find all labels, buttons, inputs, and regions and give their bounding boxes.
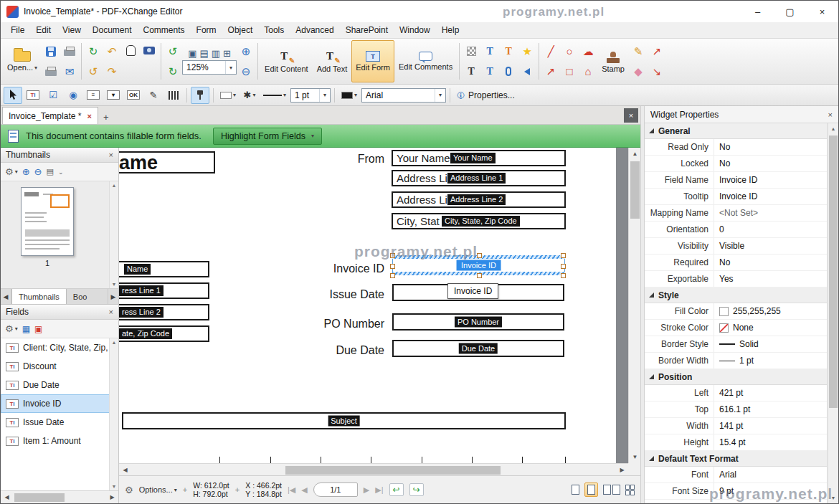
star-stamp-button[interactable]: ★	[518, 42, 536, 62]
prop-font[interactable]: FontArial	[645, 467, 827, 483]
prop-height[interactable]: Height15.4 pt	[645, 434, 827, 451]
prop-left[interactable]: Left421 pt	[645, 385, 827, 401]
typewriter-button[interactable]: T	[462, 62, 480, 82]
field-item-invoice-id[interactable]: TI Invoice ID	[1, 394, 118, 413]
address-line-2-field[interactable]: Address Lin Address Line 2	[392, 191, 566, 208]
prop-border-style[interactable]: Border StyleSolid	[645, 336, 827, 353]
push-button-tool-button[interactable]: OK	[124, 87, 143, 104]
print-button[interactable]	[42, 62, 60, 82]
actual-size-icon[interactable]: ▣	[188, 48, 196, 59]
single-page-icon[interactable]	[572, 485, 579, 495]
fields-scrollbar[interactable]: ▲▼	[109, 338, 118, 490]
barcode-field-tool-button[interactable]	[164, 87, 183, 104]
rectangle-tool-button[interactable]: □	[560, 62, 579, 82]
scrollbar-thumb[interactable]	[285, 466, 501, 475]
add-text-button[interactable]: T Add Text	[313, 40, 352, 82]
resize-handle[interactable]	[477, 273, 482, 278]
scroll-up-icon[interactable]: ▲	[112, 340, 117, 345]
scroll-up-icon[interactable]: ▲	[629, 148, 640, 160]
highlight-form-fields-button[interactable]: Highlight Form Fields ▾	[213, 128, 322, 145]
thumbnails-properties-button[interactable]: ▤	[46, 167, 53, 176]
previous-view-button[interactable]: ↩	[389, 483, 404, 496]
fit-page-icon[interactable]: ▤	[199, 48, 208, 59]
stamp-button[interactable]: Stamp	[597, 40, 629, 82]
thumbnails-scrollbar[interactable]: ▲▼	[109, 181, 118, 288]
text-box-button[interactable]: T	[480, 42, 499, 62]
history-button[interactable]: ↺	[84, 62, 103, 82]
prop-fill-color[interactable]: Fill Color255,255,255	[645, 303, 827, 320]
menu-file[interactable]: File	[5, 23, 30, 37]
field-item-issue-date[interactable]: TI Issue Date	[1, 413, 118, 432]
prop-mapping-name[interactable]: Mapping Name<Not Set>	[645, 205, 827, 222]
prop-stroke-color[interactable]: Stroke ColorNone	[645, 320, 827, 336]
scroll-left-icon[interactable]: ◀	[1, 491, 13, 503]
border-style-picker[interactable]: ▾	[260, 87, 289, 104]
scroll-up-icon[interactable]: ▲	[828, 123, 838, 134]
border-width-combo[interactable]: 1 pt▾	[290, 88, 331, 103]
scroll-right-icon[interactable]: ▶	[106, 491, 118, 503]
thumbnails-zoom-out-button[interactable]: ⊖	[34, 166, 42, 177]
print-setup-button[interactable]	[60, 42, 79, 62]
menu-tools[interactable]: Tools	[258, 23, 290, 37]
prop-exportable[interactable]: ExportableYes	[645, 271, 827, 287]
snapshot-button[interactable]	[140, 40, 158, 60]
resize-handle[interactable]	[561, 264, 566, 269]
vertical-scrollbar[interactable]: ▲ ▼	[628, 148, 640, 463]
tab-thumbnails[interactable]: Thumbnails	[11, 289, 67, 304]
thumbnails-zoom-in-button[interactable]: ⊕	[22, 166, 30, 177]
rotate-ccw-button[interactable]: ↺	[163, 42, 182, 62]
redo-button[interactable]: ↷	[103, 62, 121, 82]
section-default-text-format[interactable]: Default Text Format	[645, 451, 827, 467]
po-number-field[interactable]: PO Number	[392, 313, 564, 331]
resize-handle[interactable]	[390, 273, 395, 278]
address-line-1-field[interactable]: Address Lin Address Line 1	[392, 170, 566, 186]
export-button[interactable]	[462, 42, 480, 62]
fill-color-picker[interactable]: ▾	[217, 87, 239, 104]
invoice-id-field-selected[interactable]: Invoice ID	[392, 255, 565, 275]
menu-form[interactable]: Form	[191, 23, 222, 37]
document-tab[interactable]: Invoice_Template * ×	[2, 107, 98, 124]
first-page-button[interactable]: |◀	[288, 485, 295, 495]
menu-view[interactable]: View	[57, 23, 87, 37]
prop-font-size[interactable]: Font Size9 pt	[645, 483, 827, 500]
measure-tool-button[interactable]: ↗	[648, 42, 666, 62]
scroll-up-icon[interactable]: ▲	[112, 183, 117, 188]
thumbnails-more-button[interactable]: ⌄	[58, 168, 64, 176]
prop-locked[interactable]: LockedNo	[645, 156, 827, 172]
eraser-tool-button[interactable]: ◆	[629, 62, 648, 82]
thumbnails-close-icon[interactable]: ×	[109, 151, 113, 159]
prop-border-width[interactable]: Border Width1 pt	[645, 353, 827, 369]
pane-close-button[interactable]: ×	[624, 108, 638, 123]
menu-advanced[interactable]: Advanced	[290, 23, 339, 37]
scrollbar-thumb[interactable]	[829, 135, 838, 408]
company-name-field[interactable]: ame	[119, 151, 215, 173]
edit-content-button[interactable]: T Edit Content	[260, 40, 313, 82]
title-bar[interactable]: Invoice_Template* - PDF-XChange Editor –…	[1, 1, 838, 22]
font-family-combo[interactable]: Arial▾	[361, 88, 446, 103]
due-date-field[interactable]: Due Date	[392, 340, 564, 357]
select-tool-button[interactable]	[4, 87, 22, 104]
field-item-client-city[interactable]: TI Client: City, State, Zip,	[1, 338, 118, 357]
properties-button[interactable]: 🛈 Properties...	[454, 87, 518, 104]
tabs-scroll-right-button[interactable]: ▶	[108, 289, 118, 304]
sidebar-horizontal-scrollbar[interactable]: ◀ ▶	[1, 490, 118, 503]
fields-options-button[interactable]: ⚙▾	[5, 323, 18, 334]
fit-visible-icon[interactable]: ⊞	[223, 48, 231, 59]
menu-sharepoint[interactable]: SharePoint	[340, 23, 394, 37]
last-page-button[interactable]: ▶|	[375, 485, 383, 495]
city-state-zip-field[interactable]: City, Stat City, State, Zip Code	[392, 213, 566, 229]
tab-close-icon[interactable]: ×	[87, 112, 91, 120]
distance-tool-button[interactable]: ↘	[648, 62, 666, 82]
edit-comments-button[interactable]: Edit Comments	[394, 40, 457, 82]
undo-button[interactable]: ↶	[103, 42, 121, 62]
menu-document[interactable]: Document	[87, 23, 138, 37]
edit-form-button[interactable]: T Edit Form	[351, 40, 394, 82]
current-layout-button[interactable]	[584, 482, 598, 497]
panel-close-icon[interactable]: ×	[828, 110, 833, 119]
text-field-tool-button[interactable]: TI	[24, 87, 42, 104]
text-color-picker[interactable]: ▾	[338, 87, 360, 104]
cloud-tool-button[interactable]: ☁	[579, 42, 597, 62]
revert-button[interactable]: ↻	[84, 42, 103, 62]
rotate-cw-button[interactable]: ↻	[163, 62, 182, 82]
fields-close-icon[interactable]: ×	[109, 308, 113, 316]
